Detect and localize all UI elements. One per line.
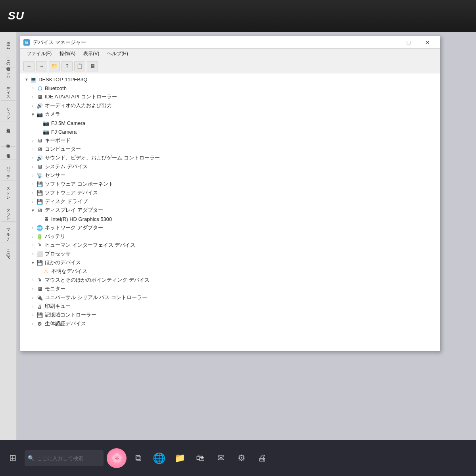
sidebar-item-focus[interactable]: 集中 [1, 135, 15, 147]
tree-disk[interactable]: › 💾 ディスク ドライブ [20, 197, 440, 206]
tree-battery[interactable]: › 🔋 バッテリ [20, 232, 440, 241]
menu-view[interactable]: 表示(V) [80, 50, 102, 58]
tree-print[interactable]: › 🖨 印刷キュー [20, 302, 440, 311]
tree-mouse[interactable]: › 🖱 マウスとそのほかのポインティング デバイス [20, 276, 440, 284]
back-button[interactable]: ← [23, 61, 35, 71]
properties-button[interactable]: 📋 [74, 61, 85, 71]
tree-intel-hd[interactable]: › 🖥 Intel(R) HD Graphics 5300 [20, 215, 440, 223]
usb-label: ユニバーサル シリアル バス コントローラー [45, 294, 147, 301]
search-input[interactable] [37, 455, 100, 461]
sidebar-item-search[interactable]: この検索 [1, 52, 15, 67]
store-icon[interactable]: 🛍 [192, 449, 209, 467]
keyboard-icon: 🖥 [36, 137, 43, 144]
biometric-expander[interactable]: › [30, 321, 36, 327]
monitor-expander[interactable]: › [30, 286, 36, 292]
sidebar-item-sound[interactable]: サウン [1, 102, 15, 121]
file-explorer-icon[interactable]: 📁 [171, 449, 188, 467]
forward-button[interactable]: → [36, 61, 47, 71]
tree-keyboard[interactable]: › 🖥 キーボード [20, 136, 440, 145]
tree-camera[interactable]: ▼ 📷 カメラ [20, 110, 440, 119]
root-expander[interactable]: ▼ [23, 76, 30, 83]
sidebar-item-battery[interactable]: バッテ [1, 160, 15, 180]
close-button[interactable]: ✕ [418, 36, 437, 49]
tree-sw-comp[interactable]: › 💾 ソフトウェア コンポーネント [20, 180, 440, 188]
tree-other[interactable]: ▼ 💾 ほかのデバイス [20, 258, 440, 267]
search-bar[interactable]: 🔍 [25, 450, 104, 466]
tree-hid[interactable]: › 🖱 ヒューマン インターフェイス デバイス [20, 241, 440, 250]
menu-file[interactable]: ファイル(F) [23, 50, 55, 58]
intel-hd-label: Intel(R) HD Graphics 5300 [51, 216, 112, 222]
storage-expander[interactable]: › [30, 312, 36, 318]
tree-root[interactable]: ▼ 💻 DESKTOP-11PFB3Q [20, 75, 440, 84]
tree-computer[interactable]: › 🖥 コンピューター [20, 145, 440, 154]
tree-unknown-dev[interactable]: › ⚠ 不明なデバイス [20, 267, 440, 276]
menu-help[interactable]: ヘルプ(H) [104, 50, 131, 58]
sidebar-item-display[interactable]: ディス [1, 81, 15, 101]
device-tree[interactable]: ▼ 💻 DESKTOP-11PFB3Q › ⬡ Bluetooth › 🖥 ID… [20, 73, 440, 351]
sidebar-item-this-pc[interactable]: この P [1, 243, 15, 262]
tree-processor[interactable]: › ⬜ プロセッサ [20, 250, 440, 258]
sidebar-item-storage[interactable]: ストレ [1, 181, 15, 201]
sound-expander[interactable]: › [30, 155, 36, 161]
battery-expander[interactable]: › [30, 233, 36, 240]
processor-expander[interactable]: › [30, 251, 36, 257]
sidebar-item-2[interactable]: ーム [1, 68, 15, 80]
start-button[interactable]: ⊞ [4, 449, 21, 467]
tree-bluetooth[interactable]: › ⬡ Bluetooth [20, 84, 440, 92]
display-expander[interactable]: ▼ [30, 207, 36, 213]
bluetooth-expander[interactable]: › [30, 85, 36, 91]
audio-expander[interactable]: › [30, 102, 36, 109]
tree-display[interactable]: ▼ 🖥 ディスプレイ アダプター [20, 206, 440, 215]
settings-icon[interactable]: ⚙ [233, 449, 250, 467]
tree-usb[interactable]: › 🔌 ユニバーサル シリアル バス コントローラー [20, 293, 440, 302]
computer-expander[interactable]: › [30, 146, 36, 152]
tree-biometric[interactable]: › ⚙ 生体認証デバイス [20, 319, 440, 328]
tree-fjcam[interactable]: › 📷 FJ Camera [20, 127, 440, 136]
monitor-button[interactable]: 🖥 [87, 61, 98, 71]
tree-fj5m[interactable]: › 📷 FJ 5M Camera [20, 119, 440, 127]
sensors-icon: 📡 [36, 172, 43, 179]
sw-comp-icon: 💾 [36, 180, 43, 188]
root-label: DESKTOP-11PFB3Q [38, 77, 87, 83]
mouse-expander[interactable]: › [30, 277, 36, 283]
tree-monitor[interactable]: › 🖥 モニター [20, 284, 440, 293]
taskview-icon[interactable]: ⧉ [130, 449, 147, 467]
sidebar-item-notifications[interactable]: 通知と [1, 122, 15, 134]
tree-sw-dev[interactable]: › 💾 ソフトウェア デバイス [20, 188, 440, 197]
menu-action[interactable]: 操作(A) [56, 50, 79, 58]
edge-icon[interactable]: 🌐 [150, 449, 168, 467]
network-expander[interactable]: › [30, 225, 36, 231]
tree-audio[interactable]: › 🔊 オーディオの入力および出力 [20, 101, 440, 110]
sidebar-item-multi[interactable]: マルチ [1, 223, 15, 242]
camera-expander[interactable]: ▼ [30, 111, 36, 117]
sidebar-item-power[interactable]: 電源と [1, 148, 15, 159]
tree-ide[interactable]: › 🖥 IDE ATA/ATAPI コントローラー [20, 92, 440, 101]
disk-expander[interactable]: › [30, 198, 36, 205]
hid-expander[interactable]: › [30, 242, 36, 248]
tree-sound[interactable]: › 🔊 サウンド、ビデオ、およびゲーム コントローラー [20, 154, 440, 162]
keyboard-expander[interactable]: › [30, 137, 36, 144]
tree-sensors[interactable]: › 📡 センサー [20, 171, 440, 180]
print-expander[interactable]: › [30, 303, 36, 309]
window-title: デバイス マネージャー [33, 39, 86, 46]
folder-button[interactable]: 📁 [49, 61, 60, 71]
tree-storage[interactable]: › 💾 記憶域コントローラー [20, 311, 440, 319]
help-button[interactable]: ? [61, 61, 73, 71]
usb-expander[interactable]: › [30, 294, 36, 301]
sidebar-item-home[interactable]: ホーム [1, 36, 15, 51]
tree-network[interactable]: › 🌐 ネットワーク アダプター [20, 223, 440, 232]
tree-system[interactable]: › 🖥 システム デバイス [20, 162, 440, 171]
mail-icon[interactable]: ✉ [212, 449, 230, 467]
ide-expander[interactable]: › [30, 94, 36, 100]
other-expander[interactable]: ▼ [30, 259, 36, 266]
printer-taskbar-icon[interactable]: 🖨 [253, 449, 271, 467]
sw-comp-expander[interactable]: › [30, 181, 36, 187]
minimize-button[interactable]: — [380, 36, 399, 49]
maximize-button[interactable]: □ [399, 36, 418, 49]
sensors-expander[interactable]: › [30, 172, 36, 178]
camera-icon: 📷 [36, 111, 43, 118]
print-label: 印刷キュー [45, 303, 71, 310]
sidebar-item-tablet[interactable]: タブレ [1, 202, 15, 222]
sw-dev-expander[interactable]: › [30, 190, 36, 196]
system-expander[interactable]: › [30, 163, 36, 170]
